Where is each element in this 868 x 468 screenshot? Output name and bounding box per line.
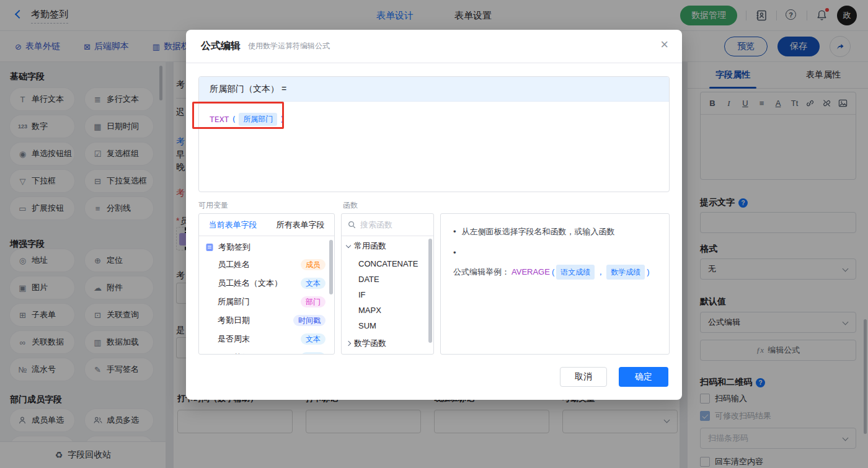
form-doc-icon [205, 243, 214, 252]
modal-title: 公式编辑 [201, 40, 241, 53]
tag-text: 文本 [301, 333, 326, 345]
variables-tabs: 当前表单字段 所有表单字段 [199, 214, 334, 236]
function-group-common[interactable]: 常用函数 [342, 236, 433, 256]
function-item[interactable]: CONCATENATE [342, 256, 433, 272]
tab-current-form-fields[interactable]: 当前表单字段 [199, 214, 267, 236]
function-search [342, 214, 433, 236]
functions-label: 函数 [343, 200, 358, 211]
annotation-red-rectangle [192, 102, 284, 129]
close-icon[interactable]: × [660, 38, 668, 51]
example-field-chip: 语文成绩 [556, 265, 595, 280]
variable-item[interactable]: 员工姓名 成员 [199, 255, 334, 274]
tab-all-form-fields[interactable]: 所有表单字段 [267, 214, 334, 236]
function-item[interactable]: DATE [342, 272, 433, 287]
help-line-2: • 公式编辑举例： AVERAGE ( 语文成绩 ， 数学成绩 ) [453, 247, 657, 280]
help-line-1: • 从左侧面板选择字段名和函数，或输入函数 [453, 226, 657, 238]
formula-editor: 所属部门（文本） = TEXT ( 所属部门 ) [198, 76, 670, 192]
function-group-text[interactable]: 文本函数 [342, 353, 433, 355]
tag-member: 成员 [301, 259, 326, 270]
form-designer-app: 考勤签到 表单设计 表单设置 数据管理 ? 政 ⊘ 表单外链 [0, 0, 868, 468]
variables-scrollbar[interactable] [329, 240, 333, 294]
chevron-down-icon [346, 242, 351, 247]
variable-item[interactable]: 是否周末 文本 [199, 330, 334, 348]
tag-timestamp: 时间戳 [293, 315, 326, 326]
variable-item[interactable]: 员工姓名（文本） 文本 [199, 274, 334, 293]
example-field-chip: 数学成绩 [606, 265, 645, 280]
tag-text: 文本 [301, 352, 326, 355]
variable-item[interactable]: 是否节假日 文本 [199, 348, 334, 355]
functions-panel: 常用函数 CONCATENATE DATE IF MAPX SUM 数学函数 文… [341, 213, 434, 355]
formula-edit-modal: 公式编辑 使用数学运算符编辑公式 × 所属部门（文本） = TEXT ( 所属部… [186, 30, 682, 400]
search-input[interactable] [360, 220, 427, 229]
chevron-right-icon [346, 341, 351, 346]
variable-item[interactable]: 所属部门 部门 [199, 293, 334, 311]
formula-help-panel: • 从左侧面板选择字段名和函数，或输入函数 • 公式编辑举例： AVERAGE … [440, 213, 670, 355]
variables-label: 可用变量 [198, 200, 228, 211]
cancel-button[interactable]: 取消 [560, 367, 607, 387]
variables-panel: 当前表单字段 所有表单字段 考勤签到 员工姓名 成员 员工姓名（文本） 文本 所… [198, 213, 335, 355]
function-item[interactable]: SUM [342, 318, 433, 333]
tag-text: 文本 [301, 278, 326, 289]
functions-scrollbar[interactable] [428, 239, 432, 343]
function-item[interactable]: IF [342, 287, 433, 302]
variable-item[interactable]: 考勤日期 时间戳 [199, 311, 334, 330]
confirm-button[interactable]: 确定 [619, 367, 668, 387]
function-item[interactable]: MAPX [342, 302, 433, 318]
modal-subtitle: 使用数学运算符编辑公式 [248, 41, 330, 51]
search-icon [348, 221, 356, 229]
variables-root[interactable]: 考勤签到 [199, 236, 334, 255]
function-group-math[interactable]: 数学函数 [342, 333, 433, 353]
modal-header: 公式编辑 使用数学运算符编辑公式 [186, 30, 682, 63]
example-function-keyword: AVERAGE [512, 266, 550, 278]
formula-target: 所属部门（文本） = [199, 77, 669, 102]
tag-department: 部门 [301, 296, 326, 307]
